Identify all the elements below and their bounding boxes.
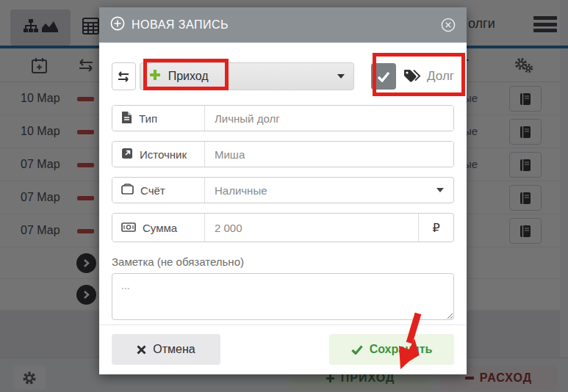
- debt-checkbox[interactable]: [371, 63, 396, 90]
- note-label: Заметка (не обязательно): [112, 255, 454, 268]
- save-button[interactable]: Сохранить: [329, 334, 454, 365]
- note-textarea[interactable]: [112, 273, 454, 320]
- source-input[interactable]: [205, 142, 453, 167]
- type-input[interactable]: [205, 106, 453, 131]
- field-account-addon: Счёт: [112, 178, 205, 203]
- field-source-label: Источник: [140, 148, 187, 161]
- modal-header: НОВАЯ ЗАПИСЬ: [99, 7, 467, 43]
- cancel-button-label: Отмена: [153, 343, 195, 356]
- amount-input[interactable]: [205, 214, 418, 242]
- banknote-icon: [121, 222, 136, 234]
- external-link-square-icon: [121, 148, 133, 161]
- caret-down-icon: [337, 74, 345, 79]
- field-type: Тип: [112, 105, 454, 131]
- field-type-addon: Тип: [112, 106, 205, 131]
- file-icon: [121, 111, 132, 126]
- debt-label: Долг: [427, 69, 454, 84]
- record-type-value: Приход: [168, 70, 209, 83]
- field-amount: Сумма ₽: [112, 213, 454, 242]
- plus-icon: [149, 69, 161, 84]
- cancel-button[interactable]: Отмена: [112, 334, 220, 365]
- field-source: Источник: [112, 141, 454, 167]
- currency-ruble-button[interactable]: ₽: [418, 214, 453, 242]
- modal-footer: Отмена Сохранить: [99, 324, 467, 374]
- field-type-label: Тип: [139, 112, 157, 125]
- account-select-value: Наличные: [215, 184, 267, 197]
- field-source-addon: Источник: [112, 142, 205, 167]
- record-type-row: Приход Долг: [112, 62, 454, 90]
- modal-title: НОВАЯ ЗАПИСЬ: [132, 18, 229, 32]
- field-account-label: Счёт: [140, 184, 165, 197]
- account-select[interactable]: Наличные: [205, 178, 453, 203]
- record-type-dropdown[interactable]: Приход: [140, 62, 354, 90]
- circle-plus-icon: [110, 16, 125, 34]
- swap-type-icon[interactable]: [112, 62, 136, 90]
- wallet-icon: [121, 184, 134, 197]
- field-amount-label: Сумма: [143, 222, 177, 234]
- field-amount-addon: Сумма: [112, 214, 205, 242]
- modal-body: Приход Долг Тип Источник: [99, 43, 467, 323]
- tag-icon: [403, 69, 423, 84]
- close-icon[interactable]: [441, 18, 456, 32]
- save-button-label: Сохранить: [370, 343, 433, 356]
- caret-down-icon: [436, 188, 444, 192]
- field-account: Счёт Наличные: [112, 177, 454, 203]
- new-record-modal: НОВАЯ ЗАПИСЬ Приход Долг: [99, 7, 467, 374]
